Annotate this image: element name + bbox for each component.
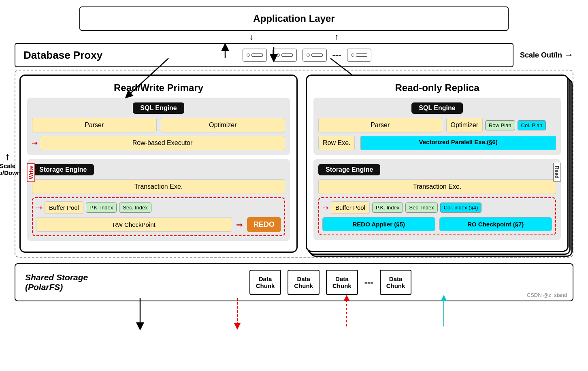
replica-row-exe-row: Row Exe. Vectorized Paralell Exe.(§6): [318, 136, 556, 150]
main-section: ↑ ScaleUp/Down Read/Write Primary SQL En…: [15, 70, 573, 301]
proxy-dots: ---: [332, 50, 341, 60]
replica-dashed-red: ⇢ Buffer Pool P.K. Index Sec. Index Col.…: [318, 197, 556, 235]
app-arrow-right: ↑: [334, 32, 339, 42]
page-wrapper: Application Layer ↓ ↑ Database Proxy: [0, 0, 588, 371]
replica-col-plan: Col. Plan: [518, 120, 546, 130]
nodes-row: Read/Write Primary SQL Engine Parser Opt…: [19, 75, 569, 253]
dashed-outer: ↑ ScaleUp/Down Read/Write Primary SQL En…: [15, 70, 573, 258]
proxy-card-2: [273, 49, 297, 62]
replica-node: Read-only Replica SQL Engine Parser Opti…: [306, 75, 569, 252]
scale-updown-group: ↑ ScaleUp/Down: [0, 151, 21, 176]
app-arrow-left: ↓: [249, 32, 254, 42]
proxy-card-1: [243, 49, 267, 62]
primary-redo-arrow: ⇒: [236, 220, 243, 230]
replica-storage-area: Storage Engine Transaction Exe. ⇢ Buffer…: [313, 159, 561, 240]
replica-sql-engine: SQL Engine: [411, 102, 462, 114]
shared-storage-text: Shared Storage(PolarFS): [25, 273, 88, 292]
data-chunk-3: DataChunk: [326, 270, 358, 295]
data-chunk-4: DataChunk: [380, 270, 412, 295]
data-chunk-2: DataChunk: [288, 270, 320, 295]
primary-executor: Row-based Executor: [40, 136, 285, 150]
proxy-dot: [247, 53, 250, 57]
primary-parser: Parser: [32, 118, 157, 132]
proxy-card-3: [303, 49, 327, 62]
scale-updown-up-arrow: ↑: [5, 151, 10, 162]
replica-storage-engine-wrapper: Storage Engine: [318, 164, 556, 179]
primary-buffer-pool: Buffer Pool: [45, 201, 83, 214]
replica-title: Read-only Replica: [313, 82, 561, 94]
replica-stack-wrapper: Read-only Replica SQL Engine Parser Opti…: [306, 75, 569, 253]
primary-optimizer: Optimizer: [161, 118, 285, 132]
primary-pk-index: P.K. Index: [86, 203, 117, 213]
replica-buffer-row: ⇢ Buffer Pool P.K. Index Sec. Index Col.…: [322, 201, 552, 214]
proxy-cards: ---: [109, 49, 505, 62]
replica-buffer-arrow: ⇢: [322, 203, 328, 212]
primary-buffer-arrow: ⇢: [36, 203, 42, 212]
replica-checkpoint-row: REDO Applier (§5) RO Checkpoint (§7): [322, 217, 552, 231]
write-label: Write: [27, 163, 35, 182]
app-layer-label: Application Layer: [253, 13, 334, 24]
primary-checkpoint-row: RW CheckPoint ⇒ REDO: [36, 217, 281, 232]
app-arrows: ↓ ↑: [15, 32, 573, 42]
replica-ro-checkpoint: RO Checkpoint (§7): [439, 217, 552, 231]
replica-sql-area: SQL Engine Parser Optimizer Row Plan Col…: [313, 98, 561, 155]
replica-storage-engine: Storage Engine: [318, 164, 380, 175]
primary-storage-engine-wrapper: Storage Engine: [32, 164, 285, 179]
read-label: Read: [554, 163, 561, 181]
proxy-bar: [311, 53, 323, 57]
primary-sql-area: SQL Engine Parser Optimizer ⇢ Row-based …: [27, 98, 290, 155]
watermark: CSDN @z_stand: [527, 292, 567, 298]
replica-vectorized: Vectorized Paralell Exe.(§6): [360, 136, 556, 150]
primary-transaction: Transaction Exe.: [32, 179, 285, 194]
primary-storage-area: Storage Engine Transaction Exe. ⇢ Buffer…: [27, 159, 290, 241]
proxy-card-4: [347, 49, 371, 62]
primary-sec-index: Sec. Index: [119, 203, 151, 213]
primary-node: Read/Write Primary SQL Engine Parser Opt…: [19, 75, 298, 253]
chunks-dots: ---: [364, 277, 373, 288]
proxy-bar: [251, 53, 263, 57]
primary-parser-optimizer-row: Parser Optimizer: [32, 118, 285, 132]
proxy-label: Database Proxy: [23, 49, 102, 62]
primary-dashed-red: ⇢ Buffer Pool P.K. Index Sec. Index RW C…: [32, 197, 285, 236]
proxy-box: Database Proxy ---: [15, 43, 513, 67]
app-layer: Application Layer: [79, 6, 509, 31]
primary-rw-checkpoint: RW CheckPoint: [36, 217, 232, 232]
primary-executor-arrow: ⇢: [32, 139, 37, 147]
proxy-bar: [281, 53, 293, 57]
primary-buffer-row: ⇢ Buffer Pool P.K. Index Sec. Index: [36, 201, 281, 214]
app-layer-wrapper: Application Layer: [47, 6, 541, 31]
proxy-bar: [356, 53, 367, 57]
replica-transaction: Transaction Exe.: [318, 179, 556, 194]
shared-storage: Shared Storage(PolarFS) DataChunk DataCh…: [15, 263, 573, 301]
replica-parser-optimizer-row: Parser Optimizer Row Plan Col. Plan: [318, 118, 556, 132]
replica-col-index: Col. index (§4): [440, 203, 482, 213]
replica-optimizer: Optimizer: [446, 118, 483, 132]
replica-row-plan: Row Plan: [485, 120, 515, 130]
proxy-dot: [277, 53, 280, 57]
data-chunk-1: DataChunk: [249, 270, 281, 295]
proxy-dot: [307, 53, 310, 57]
proxy-dot: [351, 53, 354, 57]
replica-sql-engine-wrapper: SQL Engine: [318, 102, 556, 114]
proxy-row: Database Proxy ---: [15, 43, 573, 67]
replica-parser: Parser: [318, 118, 442, 132]
data-chunks-row: DataChunk DataChunk DataChunk --- DataCh…: [98, 270, 563, 295]
primary-executor-row: ⇢ Row-based Executor: [32, 136, 285, 150]
primary-redo: REDO: [247, 217, 281, 232]
primary-sql-engine: SQL Engine: [133, 102, 184, 114]
scale-out-arrow-icon: →: [565, 50, 573, 60]
shared-storage-label: Shared Storage(PolarFS): [25, 273, 98, 292]
scale-out-label: Scale Out/In →: [520, 50, 573, 60]
scale-updown-label: ScaleUp/Down: [0, 162, 21, 176]
scale-out-text: Scale Out/In: [520, 51, 562, 60]
replica-pk-index: P.K. Index: [372, 203, 403, 213]
full-diagram: Application Layer ↓ ↑ Database Proxy: [15, 6, 573, 301]
replica-sec-index: Sec. Index: [405, 203, 437, 213]
replica-row-exe: Row Exe.: [318, 136, 355, 150]
replica-redo-applier: REDO Applier (§5): [322, 217, 435, 231]
primary-storage-engine: Storage Engine: [32, 164, 94, 175]
replica-optimizer-row: Optimizer Row Plan Col. Plan: [446, 118, 556, 132]
primary-sql-engine-wrapper: SQL Engine: [32, 102, 285, 114]
primary-title: Read/Write Primary: [27, 82, 290, 94]
replica-buffer-pool: Buffer Pool: [331, 201, 370, 214]
